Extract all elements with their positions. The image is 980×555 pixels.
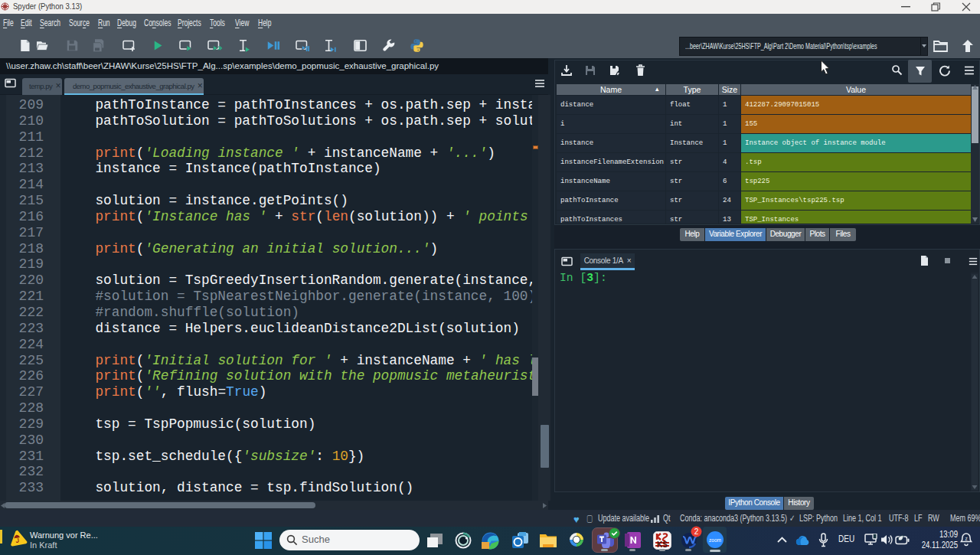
- svg-text:KS: KS: [657, 540, 668, 549]
- svg-text:zoom: zoom: [709, 537, 721, 543]
- svg-text:2: 2: [694, 527, 699, 536]
- svg-text:z: z: [965, 536, 967, 541]
